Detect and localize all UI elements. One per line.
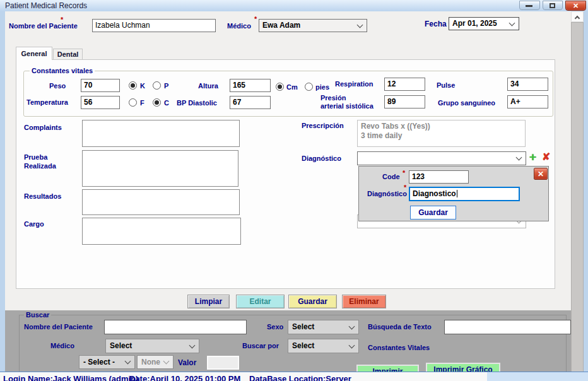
pulse-label: Pulse xyxy=(437,81,455,89)
prescripcion-label: Prescripción xyxy=(302,122,344,129)
peso-unit-p-radio[interactable] xyxy=(153,81,161,90)
constantes-vitales-label: Constantes Vitales xyxy=(368,344,430,351)
vital-select-value: - Select - xyxy=(83,358,115,366)
close-icon: ✕ xyxy=(538,170,544,179)
medico-label: Médico xyxy=(227,22,251,30)
unit-select-dropdown[interactable]: None xyxy=(137,355,173,369)
sexo-dropdown[interactable]: Select xyxy=(288,320,359,334)
popup-diagnostico-label: Diagnóstico xyxy=(367,190,407,197)
search-medico-dropdown[interactable]: Select xyxy=(105,339,199,353)
temp-unit-f-radio[interactable] xyxy=(129,98,137,107)
complaints-textarea[interactable] xyxy=(82,120,240,147)
vital-select-dropdown[interactable]: - Select - xyxy=(79,355,135,369)
diagnostico-add-popup: ✕ Code * 123 * Diagnóstico Diagnostico G… xyxy=(358,166,549,221)
temperatura-input[interactable]: 56 xyxy=(81,96,120,109)
diagnostico-dropdown[interactable] xyxy=(357,151,526,165)
guardar-button[interactable]: Guardar xyxy=(288,295,337,308)
temperatura-label: Temperatura xyxy=(26,98,68,106)
limpiar-button[interactable]: Limpiar xyxy=(187,295,230,308)
prescripcion-textarea[interactable]: Revo Tabs x ((Yes)) 3 time daily xyxy=(357,120,526,147)
grupo-sanguineo-input[interactable]: A+ xyxy=(507,95,548,108)
minimize-button[interactable] xyxy=(519,1,540,10)
maximize-icon xyxy=(550,3,555,8)
search-patient-name-label: Nombre del Paciente xyxy=(24,323,93,331)
temp-unit-c-label: C xyxy=(164,99,169,107)
status-bar-right-spacer xyxy=(487,372,588,381)
status-database: DataBase Location:Server xyxy=(249,374,351,381)
sexo-dropdown-value: Select xyxy=(292,322,314,331)
prueba-realizada-textarea[interactable] xyxy=(82,150,238,187)
tab-dental[interactable]: Dental xyxy=(53,49,83,60)
popup-code-required-marker: * xyxy=(403,169,405,177)
altura-unit-pies-radio[interactable] xyxy=(305,83,313,91)
chevron-down-icon xyxy=(357,21,363,28)
text-search-label: Búsqueda de Texto xyxy=(368,323,432,331)
pulse-input[interactable]: 34 xyxy=(507,78,548,91)
text-search-input[interactable] xyxy=(444,320,571,334)
peso-unit-p-label: P xyxy=(164,82,168,90)
tab-general[interactable]: General xyxy=(16,47,52,60)
peso-label: Peso xyxy=(49,82,66,90)
altura-input[interactable]: 165 xyxy=(230,79,271,92)
chevron-down-icon xyxy=(349,342,355,348)
bp-systolic-label: Presión arterial sistólica xyxy=(320,94,373,110)
grupo-sanguineo-label: Grupo sanguíneo xyxy=(438,99,495,107)
fecha-datepicker[interactable]: Apr 01, 2025 xyxy=(449,17,519,30)
chevron-down-icon xyxy=(189,342,196,348)
sexo-label: Sexo xyxy=(267,323,283,331)
maximize-button[interactable] xyxy=(543,1,563,10)
patient-name-input[interactable]: Izabela Uchman xyxy=(92,19,216,32)
valor-label: Valor xyxy=(178,358,196,367)
search-panel: Buscar Nombre del Paciente Sexo Select B… xyxy=(5,310,571,381)
chevron-down-icon xyxy=(516,155,522,161)
vitals-groupbox xyxy=(23,71,553,117)
vertical-scrollbar[interactable] xyxy=(571,11,584,381)
chevron-down-icon xyxy=(163,358,170,365)
scroll-up-button[interactable] xyxy=(571,11,584,22)
plus-icon: + xyxy=(529,150,536,163)
resultados-label: Resultados xyxy=(24,192,61,200)
delete-x-icon: ✘ xyxy=(542,151,550,162)
cargo-textarea[interactable] xyxy=(82,218,241,245)
resultados-textarea[interactable] xyxy=(82,189,240,215)
status-login: Login Name:Jack Williams (admin) xyxy=(3,374,138,381)
title-bar: Patient Medical Records ✕ xyxy=(0,0,588,11)
valor-input[interactable] xyxy=(207,356,239,370)
add-diagnostico-button[interactable]: + xyxy=(529,151,536,163)
editar-button[interactable]: Editar xyxy=(236,295,285,308)
popup-code-input[interactable]: 123 xyxy=(409,170,469,184)
cargo-label: Cargo xyxy=(24,220,44,228)
close-button[interactable]: ✕ xyxy=(565,1,586,11)
bp-diastolic-input[interactable]: 67 xyxy=(230,96,271,109)
bp-systolic-input[interactable]: 89 xyxy=(384,95,425,108)
status-bar: Login Name:Jack Williams (admin) Date:Ap… xyxy=(0,372,588,381)
respiration-input[interactable]: 12 xyxy=(384,78,425,91)
altura-unit-cm-label: Cm xyxy=(286,83,298,91)
popup-diagnostico-input[interactable]: Diagnostico xyxy=(409,187,520,201)
eliminar-button[interactable]: Eliminar xyxy=(342,295,386,308)
peso-unit-k-radio[interactable] xyxy=(129,81,137,90)
search-patient-name-input[interactable] xyxy=(104,320,247,334)
peso-input[interactable]: 70 xyxy=(81,79,120,92)
medico-dropdown[interactable]: Ewa Adam xyxy=(259,19,367,32)
altura-unit-pies-label: pies xyxy=(315,83,329,91)
unit-select-value: None xyxy=(141,358,160,366)
scrollbar-thumb[interactable] xyxy=(571,22,584,373)
altura-label: Altura xyxy=(198,82,218,90)
altura-unit-cm-radio[interactable] xyxy=(276,83,284,91)
temp-unit-c-radio[interactable] xyxy=(153,98,161,107)
patient-name-required-marker: * xyxy=(61,16,63,23)
search-group-title: Buscar xyxy=(24,311,51,319)
status-date: Date:April 10, 2025 01:00 PM xyxy=(129,374,240,381)
peso-unit-k-label: K xyxy=(140,82,145,90)
popup-close-button[interactable]: ✕ xyxy=(534,168,548,180)
complaints-label: Complaints xyxy=(24,124,62,131)
search-medico-label: Médico xyxy=(50,342,74,349)
popup-guardar-button[interactable]: Guardar xyxy=(410,206,456,220)
respiration-label: Respiration xyxy=(335,80,373,88)
buscar-por-dropdown-value: Select xyxy=(292,341,314,350)
buscar-por-dropdown[interactable]: Select xyxy=(288,339,359,353)
delete-diagnostico-button[interactable]: ✘ xyxy=(542,152,550,162)
temp-unit-f-label: F xyxy=(140,99,144,107)
bp-diastolic-label: BP Diastolic xyxy=(177,99,217,107)
